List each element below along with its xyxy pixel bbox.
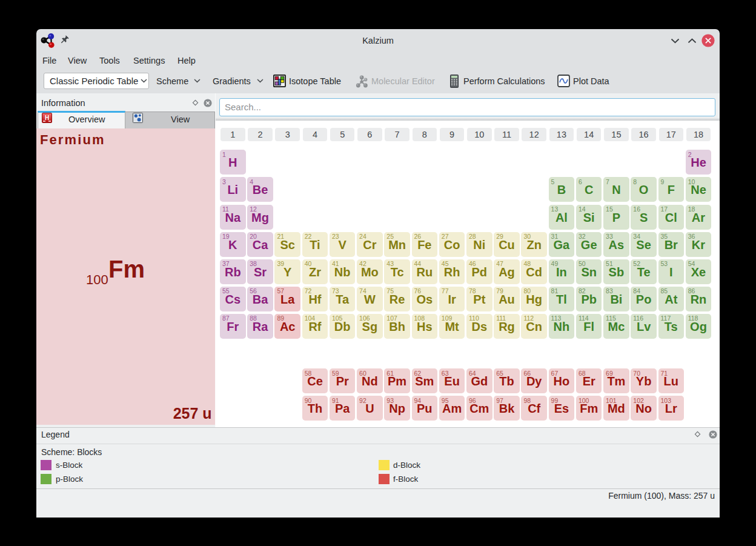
- svg-text:H: H: [45, 115, 49, 121]
